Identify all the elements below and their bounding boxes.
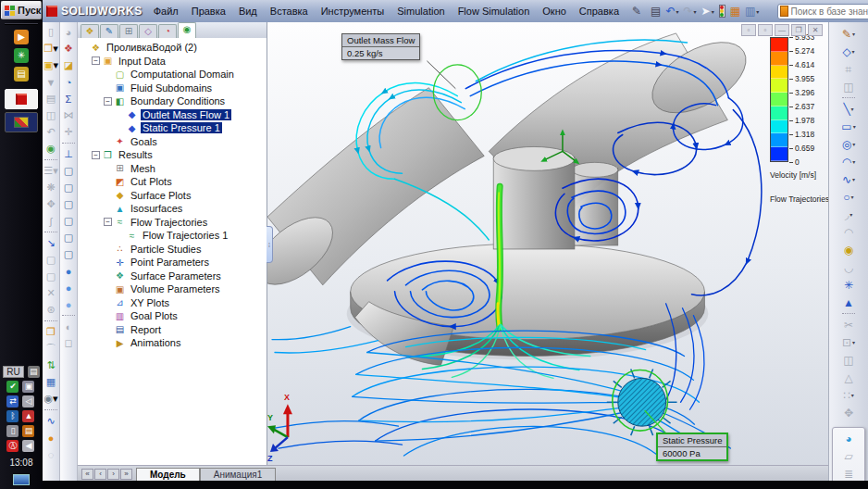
explorer-folder-icon[interactable]: ▤ [14, 67, 29, 82]
tree-item-report[interactable]: ▤Report [80, 323, 267, 337]
tree-expander[interactable]: − [104, 218, 112, 226]
open-folder-icon[interactable]: ▣▾ [43, 57, 59, 73]
render-ball-icon[interactable]: ● [43, 430, 59, 445]
volume-icon[interactable]: ◁ [22, 395, 34, 408]
tree-item-flow-trajectories-1[interactable]: ≈Flow Trajectories 1 [80, 229, 267, 243]
taskbar-btn-solidworks[interactable] [5, 89, 38, 109]
tree-item-particle-studies[interactable]: ∴Particle Studies [80, 243, 267, 257]
menu-вставка[interactable]: Вставка [265, 4, 314, 19]
antivirus-icon[interactable]: Ⓐ [6, 440, 19, 452]
tab-displaymanager[interactable]: ◔ [158, 24, 177, 38]
doc-minimize-button[interactable]: — [775, 24, 789, 36]
point-icon[interactable]: ◉ [833, 241, 864, 258]
insert-components-icon[interactable]: ↘ [43, 235, 59, 251]
sheet-tab-модель[interactable]: Модель [136, 468, 200, 481]
taskbar-btn-secondary[interactable] [5, 112, 38, 132]
mass-properties-icon[interactable]: ◔ [61, 74, 77, 90]
doc-pane2-icon[interactable]: ▫ [758, 24, 773, 36]
open-part-icon[interactable]: ❐ [43, 324, 59, 340]
photo-view-icon[interactable]: ▦ [43, 374, 59, 390]
media-player-icon[interactable]: ▶ [14, 30, 29, 44]
doc-close-button[interactable]: ✕ [808, 24, 823, 36]
security-shield-icon[interactable]: ✔ [6, 381, 19, 393]
sheet-nav-1[interactable]: ‹ [94, 469, 106, 480]
shaded-icon[interactable]: ● [61, 280, 77, 295]
menu-вид[interactable]: Вид [233, 4, 263, 19]
menu-правка[interactable]: Правка [186, 4, 231, 19]
tab-featuremanager[interactable]: ❖ [81, 24, 99, 38]
line-icon[interactable]: ╲▾ [833, 100, 864, 118]
tree-item-animations[interactable]: ▶Animations [80, 336, 267, 350]
select-cursor-icon[interactable]: ➤▾ [700, 3, 716, 19]
tree-item-xy-plots[interactable]: ⊿XY Plots [80, 296, 267, 310]
tree-item-проливкаводой-2-[interactable]: ❖ПроливкаВодой (2) [80, 41, 267, 55]
printer-tray-icon[interactable]: ▤ [28, 366, 40, 378]
arc-icon[interactable]: ◠▾ [833, 153, 864, 170]
eject-icon[interactable]: ▲ [22, 410, 34, 422]
speaker-icon[interactable]: ◀ [22, 440, 34, 452]
doc-pane1-icon[interactable]: ▫ [741, 24, 756, 36]
tree-item-outlet-mass-flow-1[interactable]: ◆Outlet Mass Flow 1 [80, 108, 267, 122]
tree-item-flow-trajectories[interactable]: −≈Flow Trajectories [80, 216, 267, 230]
network-icon[interactable]: ⇄ [6, 395, 19, 408]
reload-icon[interactable]: ⇅ [43, 357, 59, 373]
outlet-mass-flow-callout[interactable]: Outlet Mass Flow 0.25 kg/s [341, 33, 420, 60]
menu-flow-simulation[interactable]: Flow Simulation [453, 4, 536, 19]
sketch-icon[interactable]: ✎▾ [833, 25, 864, 43]
show-desktop-icon[interactable] [13, 474, 30, 485]
view-top-icon[interactable]: ▢ [61, 230, 77, 245]
search-input[interactable] [791, 6, 868, 17]
knowledge-search[interactable]: ▼ [777, 4, 868, 19]
sheet-nav-0[interactable]: « [81, 469, 93, 480]
tree-item-input-data[interactable]: −▣Input Data [80, 55, 267, 69]
static-pressure-callout[interactable]: Static Pressure 60000 Pa [656, 433, 728, 461]
flow-magnifier-icon[interactable]: ◕ [833, 430, 864, 447]
view-right-icon[interactable]: ▢ [61, 213, 77, 229]
panel-splitter-handle[interactable]: ⁞ [267, 226, 273, 263]
menu-файл[interactable]: Файл [148, 4, 184, 19]
star-icon[interactable]: ✳ [833, 276, 864, 294]
bluetooth-icon[interactable]: ᛒ [6, 410, 19, 422]
tree-item-computational-domain[interactable]: ▢Computational Domain [80, 68, 267, 82]
tree-item-cut-plots[interactable]: ◩Cut Plots [80, 175, 267, 189]
open-icon[interactable]: ❐▾ [43, 41, 59, 56]
display-settings-icon[interactable]: ▣ [22, 381, 34, 393]
menu-справка[interactable]: Справка [574, 4, 625, 19]
normal-to-icon[interactable]: ⊥ [61, 146, 77, 162]
tree-item-static-pressure-1[interactable]: ◆Static Pressure 1 [80, 121, 267, 135]
tree-item-surface-plots[interactable]: ◆Surface Plots [80, 189, 267, 203]
attachment-icon[interactable]: ⌒ [43, 341, 59, 357]
tree-item-mesh[interactable]: ⊞Mesh [80, 162, 267, 176]
tree-expander[interactable]: − [92, 56, 100, 65]
view-iso-icon[interactable]: ▢ [61, 246, 77, 262]
tree-item-results[interactable]: −❒Results [80, 148, 267, 162]
3d-sketch-icon[interactable]: ◇▾ [833, 43, 864, 60]
rectangle-icon[interactable]: ▭▾ [833, 118, 864, 135]
view-back-icon[interactable]: ▢ [61, 180, 77, 195]
spline-tool-icon[interactable]: ∿ [43, 413, 59, 429]
polygon-icon[interactable]: ▲ [833, 294, 864, 311]
menu-инструменты[interactable]: Инструменты [316, 4, 391, 19]
rebuild-traffic-light-icon[interactable] [717, 3, 727, 19]
messenger-icon[interactable]: ✳ [14, 48, 29, 63]
tree-item-fluid-subdomains[interactable]: ▣Fluid Subdomains [80, 82, 267, 95]
pencil-markup-icon[interactable]: ✎ [630, 3, 643, 19]
print-icon[interactable]: ▤ [649, 3, 663, 19]
sheet-tab-анимация1[interactable]: Анимация1 [200, 468, 277, 481]
tree-item-volume-parameters[interactable]: ▣Volume Parameters [80, 282, 267, 296]
tree-item-point-parameters[interactable]: ✛Point Parameters [80, 256, 267, 270]
sheet-nav-2[interactable]: › [107, 469, 119, 480]
doc-restore-button[interactable]: ❐ [791, 24, 806, 36]
tree-expander[interactable]: − [92, 151, 100, 159]
undo-icon[interactable]: ↶▾ [663, 3, 680, 19]
start-button[interactable]: Пуск [1, 1, 42, 19]
display-pane-icon[interactable]: ▥▾ [743, 3, 761, 19]
tree-expander[interactable]: − [104, 97, 112, 106]
interference-icon[interactable]: ◪ [61, 57, 77, 73]
tab-configurationmanager[interactable]: ⊞ [119, 24, 138, 38]
tab-propertymanager[interactable]: ✎ [100, 24, 118, 38]
address-book-icon[interactable]: ▤ [22, 425, 34, 437]
view-front-icon[interactable]: ▢ [61, 163, 77, 179]
language-indicator[interactable]: RU [3, 366, 23, 378]
tree-item-goal-plots[interactable]: ▥Goal Plots [80, 309, 267, 323]
